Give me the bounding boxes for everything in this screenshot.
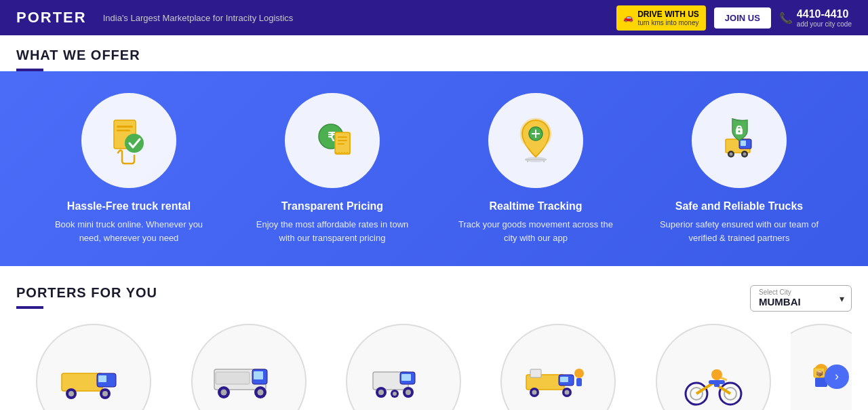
svg-point-39 — [220, 390, 226, 396]
features-strip: Hassle-Free truck rental Book mini truck… — [0, 71, 868, 266]
svg-rect-67 — [714, 380, 719, 387]
tata-407-vehicle-icon — [212, 344, 286, 410]
header: PORTER India's Largest Marketplace for I… — [0, 0, 868, 35]
svg-point-33 — [102, 391, 108, 396]
ace-helper-vehicle-icon — [521, 344, 595, 410]
hassle-free-icon — [102, 113, 156, 168]
svg-rect-37 — [216, 372, 250, 384]
feature-safe-desc: Superior safety ensured with our team of… — [658, 218, 821, 244]
svg-point-55 — [532, 390, 537, 395]
vehicle-tata-407[interactable]: TATA 407 — [171, 324, 326, 410]
svg-rect-36 — [254, 371, 263, 379]
phone-sub: add your city code — [797, 20, 852, 28]
porters-title: PORTERS FOR YOU — [16, 285, 157, 301]
svg-rect-53 — [560, 377, 568, 382]
what-we-offer-section: WHAT WE OFFER — [0, 35, 868, 71]
transparent-pricing-icon: ₹ — [305, 113, 359, 168]
vehicle-3-wheeler-circle — [346, 324, 461, 410]
logo: PORTER — [16, 9, 87, 26]
porters-underline — [16, 306, 43, 309]
city-select-value: MUMBAI — [759, 296, 801, 308]
vehicle-ace-helper-circle — [500, 324, 616, 410]
safe-reliable-icon — [712, 113, 766, 168]
svg-rect-7 — [338, 136, 347, 138]
feature-pricing-desc: Enjoy the most affordable rates in town … — [251, 218, 414, 244]
drive-label: DRIVE WITH US — [637, 10, 699, 19]
svg-rect-60 — [530, 369, 541, 377]
hassle-free-icon-circle — [81, 93, 176, 188]
feature-pricing-title: Transparent Pricing — [281, 200, 383, 212]
phone-block: 📞 4410-4410 add your city code — [779, 8, 852, 28]
feature-transparent-pricing: ₹ Transparent Pricing Enjoy the most aff… — [251, 93, 414, 244]
svg-text:₹: ₹ — [328, 130, 336, 144]
tagline: India's Largest Marketplace for Intracit… — [103, 13, 294, 23]
feature-hassle-free-title: Hassle-Free truck rental — [67, 200, 191, 212]
svg-point-50 — [393, 392, 397, 396]
svg-point-41 — [257, 390, 263, 396]
feature-hassle-free-desc: Book mini truck online. Whenever you nee… — [47, 218, 210, 244]
svg-point-26 — [738, 130, 741, 132]
vehicle-tata-407-circle — [191, 324, 307, 410]
drive-sub: turn kms into money — [637, 19, 699, 26]
porters-section: PORTERS FOR YOU Select City MUMBAI ▾ — [0, 266, 868, 410]
city-select[interactable]: Select City MUMBAI ▾ — [750, 285, 852, 312]
vehicle-ace-helper[interactable]: ACE (HELPER) — [481, 324, 635, 410]
feature-realtime-tracking: Realtime Tracking Track your goods movem… — [454, 93, 617, 244]
feature-tracking-desc: Track your goods movement across the cit… — [454, 218, 617, 244]
svg-point-57 — [565, 390, 570, 395]
svg-rect-20 — [741, 141, 746, 146]
safe-reliable-icon-circle — [692, 93, 787, 188]
drive-icon: 🚗 — [623, 13, 633, 22]
svg-point-46 — [378, 390, 384, 395]
3-wheeler-vehicle-icon — [366, 344, 441, 410]
tata-ace-vehicle-icon — [56, 344, 131, 410]
transparent-pricing-icon-circle: ₹ — [285, 93, 380, 188]
svg-point-66 — [711, 369, 722, 380]
svg-rect-59 — [576, 378, 582, 386]
chevron-down-icon: ▾ — [840, 293, 844, 304]
header-right: 🚗 DRIVE WITH US turn kms into money JOIN… — [616, 5, 852, 31]
phone-icon: 📞 — [779, 12, 793, 24]
city-select-label: Select City — [759, 288, 827, 296]
feature-safe-title: Safe and Reliable Trucks — [675, 200, 804, 212]
vehicle-tata-ace[interactable]: TATA ACE — [16, 324, 171, 410]
svg-point-3 — [125, 134, 144, 153]
realtime-tracking-icon — [509, 113, 563, 168]
porters-header: PORTERS FOR YOU Select City MUMBAI ▾ — [16, 285, 852, 312]
vehicles-row: TATA ACE TATA 407 — [16, 324, 852, 410]
svg-point-24 — [743, 153, 747, 156]
vehicle-tata-ace-circle — [36, 324, 151, 410]
svg-rect-27 — [62, 373, 102, 391]
feature-tracking-title: Realtime Tracking — [490, 200, 583, 212]
feature-hassle-free: Hassle-Free truck rental Book mini truck… — [47, 93, 210, 244]
feature-safe-reliable: Safe and Reliable Trucks Superior safety… — [658, 93, 821, 244]
vehicle-2-wheeler-circle — [656, 324, 771, 410]
svg-rect-2 — [117, 130, 130, 132]
vehicles-next-button[interactable]: › — [825, 365, 849, 389]
header-left: PORTER India's Largest Marketplace for I… — [16, 9, 293, 26]
svg-point-31 — [68, 391, 74, 396]
svg-rect-8 — [338, 140, 347, 141]
drive-with-us-button[interactable]: 🚗 DRIVE WITH US turn kms into money — [616, 5, 706, 31]
realtime-tracking-icon-circle — [488, 93, 583, 188]
svg-rect-1 — [117, 126, 133, 128]
vehicle-2-wheeler[interactable]: 2 WHEELER — [636, 324, 791, 410]
join-us-button[interactable]: JOIN US — [714, 7, 771, 29]
svg-rect-44 — [401, 374, 411, 381]
vehicle-3-wheeler[interactable]: 3 WHEELER — [326, 324, 481, 410]
svg-point-48 — [406, 390, 411, 395]
svg-point-22 — [730, 153, 733, 156]
svg-point-58 — [574, 369, 584, 378]
section-title: WHAT WE OFFER — [16, 48, 852, 63]
svg-text:📦: 📦 — [816, 369, 824, 377]
svg-rect-29 — [98, 375, 106, 382]
2-wheeler-vehicle-icon — [676, 344, 751, 410]
svg-rect-9 — [338, 143, 344, 145]
phone-number: 4410-4410 — [797, 8, 852, 20]
